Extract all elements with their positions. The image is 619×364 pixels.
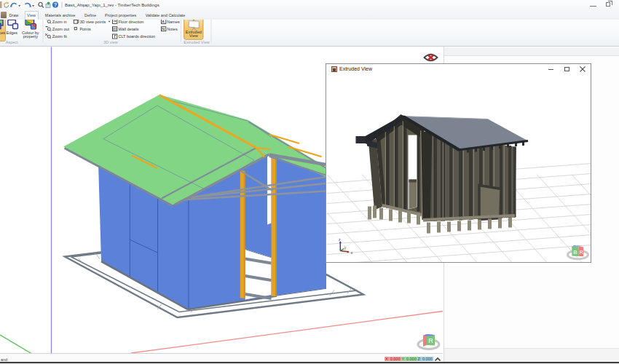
svg-text:Floor direction: Floor direction [119, 20, 144, 24]
svg-text:3D view: 3D view [103, 39, 118, 44]
svg-text:?: ? [54, 1, 58, 8]
svg-text:y: y [344, 245, 347, 249]
svg-text:Points: Points [79, 26, 91, 31]
svg-text:R: R [579, 250, 583, 255]
svg-text:Notes: Notes [167, 26, 178, 31]
svg-text:Zoom fit: Zoom fit [52, 34, 67, 39]
svg-text:z: z [339, 237, 341, 241]
svg-text:x: x [350, 250, 352, 254]
svg-text:Aspect: Aspect [6, 39, 18, 44]
svg-text:Zoom out: Zoom out [52, 26, 70, 31]
svg-text:CLT boards direction: CLT boards direction [119, 34, 156, 39]
svg-text:property: property [23, 34, 38, 39]
svg-text:R: R [428, 336, 433, 344]
svg-text:View: View [189, 33, 198, 38]
svg-text:Wall details: Wall details [119, 26, 139, 31]
svg-text:ces: ces [0, 30, 5, 34]
svg-text:B: B [573, 249, 577, 256]
svg-text:3D view points: 3D view points [79, 20, 106, 24]
svg-text:Zoom in: Zoom in [52, 20, 67, 24]
svg-text:Names: Names [167, 20, 180, 24]
svg-text:Extruded View: Extruded View [184, 39, 209, 44]
svg-text:Edges: Edges [6, 30, 17, 34]
